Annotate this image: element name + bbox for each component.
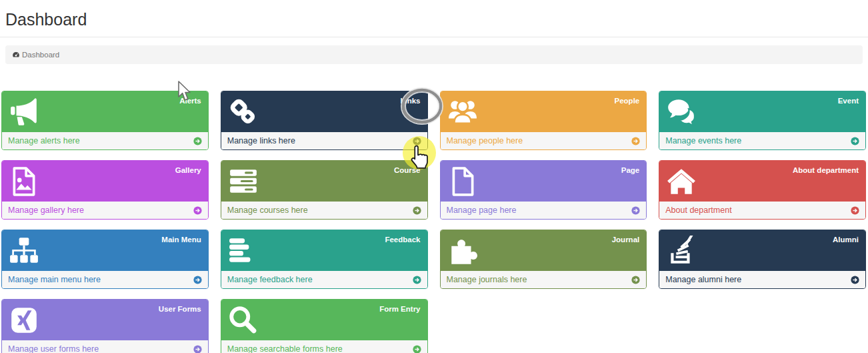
tile-people[interactable]: People Manage people here [440,91,647,150]
users-icon [447,97,478,127]
tile-title: People [615,97,640,105]
breadcrumb-item-dashboard[interactable]: Dashboard [22,51,59,59]
arrow-circle-icon[interactable] [851,206,859,215]
dashboard-page: Dashboard Dashboard Alerts Manage alerts… [0,10,868,353]
stack-overflow-icon [666,236,697,266]
tile-user-forms[interactable]: User Forms Manage user forms here [1,299,209,353]
tile-title: Alerts [179,97,201,105]
image-file-icon [9,166,39,197]
arrow-circle-icon[interactable] [413,137,421,145]
tile-title: About department [793,166,859,174]
arrow-circle-icon[interactable] [193,276,202,284]
tile-title: Form Entry [379,305,420,313]
arrow-circle-icon[interactable] [631,276,640,284]
tile-footer-text: Manage gallery here [8,206,84,215]
tile-event[interactable]: Event Manage events here [659,91,866,150]
tile-page[interactable]: Page Manage page here [440,160,647,220]
title-divider [0,37,868,37]
tile-title: Page [621,166,640,174]
tile-footer-link[interactable]: Manage alumni here [659,271,865,288]
tile-title: Event [838,97,859,105]
tile-footer-text: Manage journals here [447,275,527,284]
bullhorn-icon [9,97,39,127]
tile-footer-text: Manage links here [227,136,295,145]
tile-gallery[interactable]: Gallery Manage gallery here [1,160,209,220]
arrow-circle-icon[interactable] [193,137,202,145]
tile-title: User Forms [159,305,201,313]
arrow-circle-icon[interactable] [193,206,202,215]
tile-footer-text: Manage searchable forms here [227,344,343,353]
tile-footer-text: Manage events here [665,136,741,145]
xing-icon [9,305,39,336]
tile-footer-link[interactable]: Manage people here [441,132,647,149]
tile-footer-link[interactable]: Manage journals here [441,271,647,288]
tile-footer-link[interactable]: Manage events here [659,132,865,149]
tile-course[interactable]: Course Manage courses here [221,160,428,220]
comments-icon [666,97,697,127]
tile-footer-link[interactable]: About department [659,202,865,219]
tile-about-department[interactable]: About department About department [659,160,866,220]
tile-title: Journal [612,236,640,244]
arrow-circle-icon[interactable] [631,206,640,215]
tile-title: Alumni [833,236,859,244]
tile-footer-text: Manage feedback here [227,275,313,284]
puzzle-icon [447,236,478,266]
tile-footer-link[interactable]: Manage alerts here [2,132,208,149]
arrow-circle-icon[interactable] [193,345,202,353]
arrow-circle-icon[interactable] [851,137,859,145]
align-left-icon [228,236,259,266]
tile-footer-text: Manage alumni here [665,275,741,284]
search-icon [228,305,259,336]
tile-footer-link[interactable]: Manage gallery here [2,202,208,219]
tile-title: Main Menu [161,236,201,244]
tile-footer-text: Manage courses here [227,206,308,215]
arrow-circle-icon[interactable] [413,345,421,353]
arrow-circle-icon[interactable] [413,206,421,215]
tile-feedback[interactable]: Feedback Manage feedback here [221,230,428,289]
tile-journal[interactable]: Journal Manage journals here [440,230,647,289]
server-icon [228,166,259,197]
breadcrumb: Dashboard [5,45,863,64]
tile-grid: Alerts Manage alerts here Links Manage l… [1,91,866,353]
arrow-circle-icon[interactable] [413,276,421,284]
arrow-circle-icon[interactable] [631,137,640,145]
tile-footer-link[interactable]: Manage searchable forms here [221,340,427,353]
tile-footer-link[interactable]: Manage links here [221,132,427,149]
tile-title: Gallery [175,166,201,174]
tile-title: Feedback [385,236,420,244]
tile-alerts[interactable]: Alerts Manage alerts here [1,91,209,150]
tile-footer-link[interactable]: Manage courses here [221,202,427,219]
tile-footer-text: Manage page here [447,206,517,215]
tile-links[interactable]: Links Manage links here [221,91,428,150]
tile-form-entry[interactable]: Form Entry Manage searchable forms here [221,299,428,353]
tile-alumni[interactable]: Alumni Manage alumni here [659,230,866,289]
file-icon [447,166,478,197]
tile-footer-link[interactable]: Manage user forms here [2,340,208,353]
tile-footer-text: About department [665,206,731,215]
tile-title: Course [394,166,421,174]
tile-footer-text: Manage main menu here [8,275,101,284]
sitemap-icon [9,236,39,266]
tile-footer-text: Manage alerts here [8,136,80,145]
home-icon [666,166,697,197]
tile-footer-link[interactable]: Manage feedback here [221,271,427,288]
dashboard-icon [12,51,20,59]
chain-icon [228,97,259,127]
tile-title: Links [400,97,420,105]
arrow-circle-icon[interactable] [851,276,859,284]
page-title: Dashboard [5,10,868,29]
tile-main-menu[interactable]: Main Menu Manage main menu here [1,230,209,289]
tile-footer-link[interactable]: Manage main menu here [2,271,208,288]
tile-footer-link[interactable]: Manage page here [441,202,647,219]
tile-footer-text: Manage user forms here [8,344,99,353]
tile-footer-text: Manage people here [447,136,523,145]
